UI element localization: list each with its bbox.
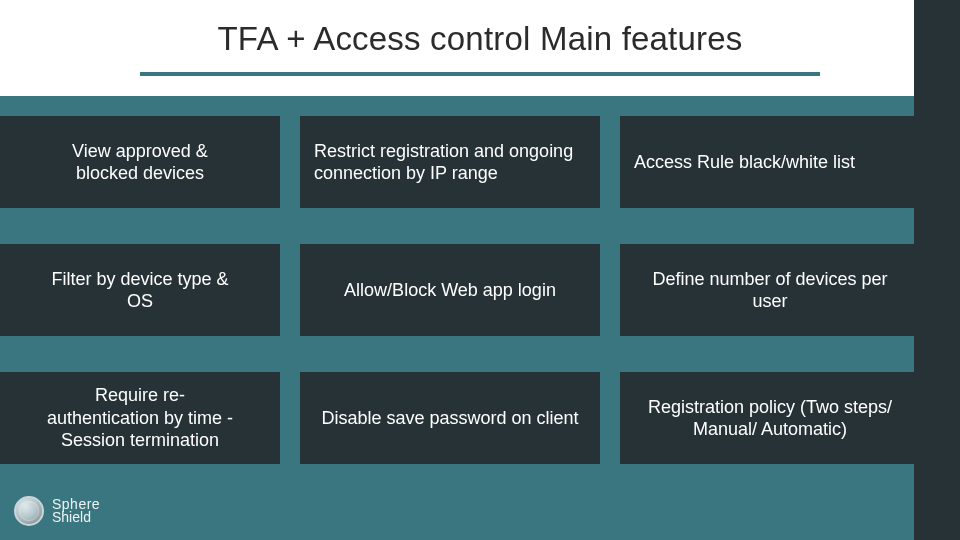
feature-cell-r3c1: Require re-authentication by time - Sess… bbox=[0, 372, 280, 464]
feature-cell-r1c2: Restrict registration and ongoing connec… bbox=[300, 116, 600, 208]
feature-cell-r1c1: View approved & blocked devices bbox=[0, 116, 280, 208]
feature-cell-r1c3: Access Rule black/white list bbox=[620, 116, 920, 208]
feature-cell-r2c3: Define number of devices per user bbox=[620, 244, 920, 336]
header-band: TFA + Access control Main features bbox=[0, 0, 960, 96]
brand-logo: Sphere Shield bbox=[14, 496, 100, 526]
feature-cell-r3c2: Disable save password on client bbox=[300, 372, 600, 464]
feature-cell-r3c3: Registration policy (Two steps/ Manual/ … bbox=[620, 372, 920, 464]
feature-grid: View approved & blocked devices Restrict… bbox=[0, 116, 914, 496]
feature-cell-r2c1: Filter by device type & OS bbox=[0, 244, 280, 336]
brand-line2: Shield bbox=[52, 511, 100, 524]
right-accent-column bbox=[914, 0, 960, 540]
globe-icon bbox=[14, 496, 44, 526]
page-title: TFA + Access control Main features bbox=[0, 20, 960, 58]
brand-text: Sphere Shield bbox=[52, 498, 100, 525]
title-underline bbox=[140, 72, 820, 76]
feature-cell-r2c2: Allow/Block Web app login bbox=[300, 244, 600, 336]
